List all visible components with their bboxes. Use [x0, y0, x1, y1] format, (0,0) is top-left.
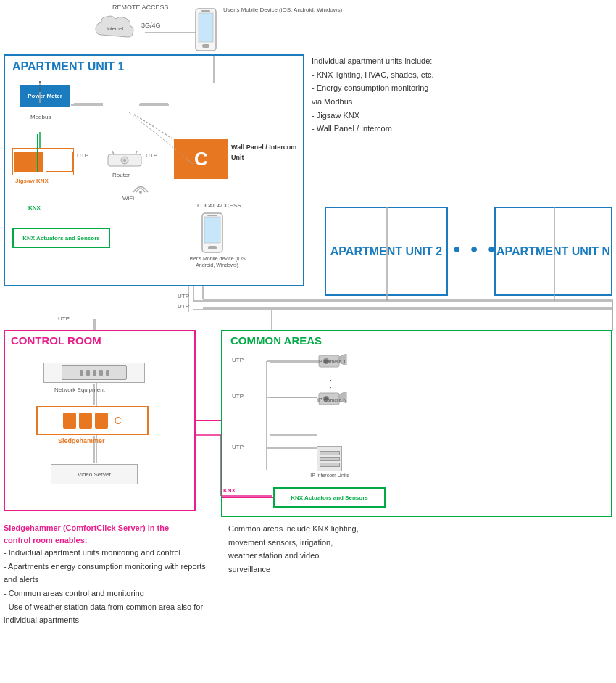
router-box [107, 150, 143, 173]
apt-unit-2-title: APARTMENT UNIT 2 [330, 245, 442, 258]
knx-label-apt1: KNX [28, 204, 41, 211]
jigsaw-knx-label: Jigsaw KNX [15, 178, 49, 184]
control-room-title: CONTROL ROOM [11, 334, 101, 347]
info-title: Individual apartment units include: [312, 57, 432, 65]
knx-actuators-common-box: KNX Actuators and Sensors [273, 487, 386, 508]
bottom-left-items: - Individual apartment units monitoring … [4, 546, 214, 627]
bottom-right-text: Common areas include KNX lighting, movem… [228, 522, 435, 576]
utp-label-router-wall: UTP [146, 152, 157, 159]
bottom-left-text: Sledgehammer (ComfortClick Server) in th… [4, 522, 214, 627]
ca-utp1: UTP [232, 357, 244, 363]
network-equip-label: Network Equipment [54, 386, 105, 393]
wifi-waves [130, 178, 151, 199]
top-phone-icon [194, 7, 217, 55]
jigsaw-knx-box [12, 148, 74, 175]
modbus-label: Modbus [30, 114, 51, 120]
bottom-left-title: Sledgehammer (ComfortClick Server) in th… [4, 522, 214, 546]
utp-top-1: UTP [178, 293, 189, 299]
video-server-box: Video Server [51, 464, 138, 484]
wall-panel-label: Wall Panel / Intercom Unit [231, 143, 303, 162]
ip-intercom-box [317, 446, 342, 471]
knx-actuators-apt1-box: KNX Actuators and Sensors [12, 228, 110, 248]
sledgehammer-box: C [36, 406, 149, 435]
info-item-3: via Modbus [312, 97, 352, 106]
apt-unit-1-title: APARTMENT UNIT 1 [12, 60, 124, 73]
svg-rect-25 [199, 13, 213, 42]
utp-label-jigsaw-router: UTP [77, 152, 88, 159]
sledgehammer-label: Sledgehammer [58, 437, 105, 444]
info-item-1: - KNX lighting, HVAC, shades, etc. [312, 70, 434, 79]
svg-line-32 [136, 151, 137, 154]
info-item-5: - Wall Panel / Intercom [312, 124, 392, 133]
power-meter-label: Power Meter [28, 93, 62, 99]
ip-camera-n-label: IP Camera N [317, 397, 346, 402]
svg-text:Internet: Internet [107, 26, 124, 31]
apt-unit-2-box: APARTMENT UNIT 2 [325, 207, 448, 296]
svg-rect-37 [207, 215, 217, 216]
router-label: Router [112, 172, 130, 178]
apt-unit-n-box: APARTMENT UNIT N [494, 207, 612, 296]
local-device-label: User's Mobile device (iOS, Android, Wind… [186, 255, 248, 268]
knx-actuators-apt1-label: KNX Actuators and Sensors [22, 235, 99, 241]
utp-top-2: UTP [178, 303, 189, 310]
wall-panel-box: C [174, 139, 228, 179]
local-access-label: LOCAL ACCESS [197, 202, 241, 209]
svg-rect-36 [208, 246, 217, 249]
local-phone-icon [201, 212, 224, 257]
video-server-label: Video Server [78, 471, 111, 478]
apt-unit-1-box: APARTMENT UNIT 1 Power Meter Modbus Jigs… [4, 54, 304, 286]
network-equip-box [43, 363, 145, 383]
svg-rect-35 [204, 217, 220, 243]
main-diagram: REMOTE ACCESS Internet 3G/4G User's Mobi… [0, 0, 616, 683]
svg-rect-26 [202, 44, 209, 48]
info-item-4: - Jigsaw KNX [312, 111, 359, 120]
common-areas-title: COMMON AREAS [230, 334, 322, 347]
utp-left: UTP [58, 315, 70, 322]
knx-actuators-common-label: KNX Actuators and Sensors [291, 494, 367, 501]
svg-point-33 [139, 191, 142, 194]
signal-label: 3G/4G [141, 22, 161, 29]
svg-point-30 [123, 159, 126, 162]
cloud-icon: Internet [94, 13, 134, 44]
svg-rect-27 [201, 10, 210, 12]
power-meter-box: Power Meter [20, 85, 70, 107]
apt-info-box: Individual apartment units include: - KN… [312, 54, 609, 136]
mobile-device-label-top: User's Mobile Device (iOS, Android, Wind… [223, 6, 342, 14]
svg-line-31 [112, 151, 114, 154]
remote-access-label: REMOTE ACCESS [112, 4, 169, 11]
ip-camera-1-label: IP Camera 1 [317, 359, 346, 364]
dots-separator: ● ● ● [453, 241, 499, 257]
ca-utp2: UTP [232, 393, 244, 400]
ca-utp3: UTP [232, 444, 244, 450]
apt-unit-n-title: APARTMENT UNIT N [496, 245, 610, 258]
info-item-2: - Energy consumption monitoring [312, 83, 428, 92]
ip-intercom-label: IP Intercom Units [301, 473, 359, 478]
